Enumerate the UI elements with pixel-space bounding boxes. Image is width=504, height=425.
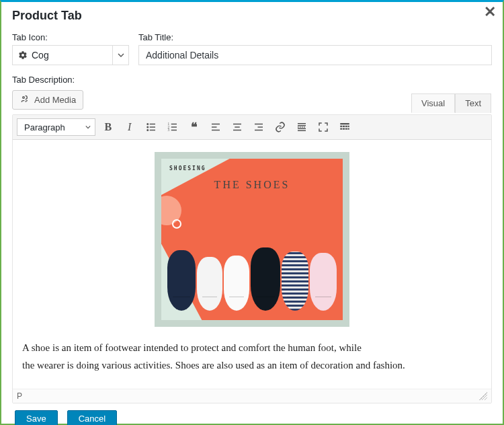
chevron-down-icon	[85, 124, 91, 130]
resize-grip-icon[interactable]	[479, 392, 487, 400]
cancel-button[interactable]: Cancel	[67, 410, 117, 425]
tab-icon-value: Cog	[32, 50, 112, 61]
tab-title-input[interactable]	[138, 45, 492, 65]
svg-text:3: 3	[167, 128, 169, 132]
tab-icon-select[interactable]: Cog	[12, 45, 129, 65]
media-icon	[19, 93, 30, 106]
tab-text[interactable]: Text	[455, 93, 491, 113]
svg-point-5	[147, 130, 149, 131]
numbered-list-button[interactable]: 123	[164, 118, 181, 136]
tab-visual[interactable]: Visual	[411, 93, 455, 113]
modal-title: Product Tab	[12, 2, 492, 32]
svg-point-0	[23, 97, 25, 99]
shoe-icon	[251, 247, 280, 311]
align-left-button[interactable]	[207, 118, 224, 136]
svg-rect-27	[340, 123, 349, 124]
fullscreen-button[interactable]	[314, 118, 332, 136]
add-media-button[interactable]: Add Media	[12, 90, 83, 110]
save-button[interactable]: Save	[15, 410, 58, 425]
blockquote-button[interactable]: ❝	[185, 118, 203, 136]
close-icon[interactable]: ✕	[484, 5, 496, 20]
content-image[interactable]: SHOESING THE SHOES	[155, 152, 349, 327]
tab-title-label: Tab Title:	[138, 32, 492, 42]
svg-point-3	[147, 126, 149, 128]
element-path: P	[17, 391, 22, 401]
shoe-icon	[310, 253, 337, 311]
align-right-button[interactable]	[250, 118, 267, 136]
read-more-button[interactable]	[293, 118, 310, 136]
shoe-icon	[167, 250, 196, 311]
content-paragraph-line: the wearer is doing various activities. …	[19, 356, 485, 374]
cog-icon	[18, 50, 28, 60]
svg-rect-35	[347, 128, 349, 130]
wysiwyg-editor: Paragraph B I 123 ❝ SHOESING THE SHOES	[12, 114, 492, 403]
editor-content[interactable]: SHOESING THE SHOES A shoe is an item of …	[13, 140, 491, 389]
image-heading-text: THE SHOES	[161, 179, 343, 196]
svg-rect-33	[343, 128, 345, 130]
editor-toolbar: Paragraph B I 123 ❝	[13, 115, 491, 140]
format-select-value: Paragraph	[24, 122, 65, 132]
format-select[interactable]: Paragraph	[17, 118, 95, 136]
svg-rect-28	[340, 126, 342, 127]
chevron-down-icon	[112, 46, 128, 65]
italic-button[interactable]: I	[121, 118, 138, 136]
bold-button[interactable]: B	[99, 118, 117, 136]
product-tab-modal: ✕ Product Tab Tab Icon: Cog Tab Title: T…	[0, 0, 504, 425]
element-path-bar: P	[13, 389, 491, 403]
shoe-icon	[282, 252, 308, 311]
svg-rect-29	[343, 126, 345, 127]
image-brand-text: SHOESING	[169, 165, 206, 171]
toolbar-toggle-button[interactable]	[336, 118, 353, 136]
tab-description-label: Tab Description:	[12, 75, 492, 85]
svg-rect-32	[340, 128, 342, 130]
content-paragraph-line: A shoe is an item of footwear intended t…	[19, 339, 485, 356]
add-media-label: Add Media	[34, 95, 76, 105]
shoe-icon	[197, 257, 222, 311]
align-center-button[interactable]	[228, 118, 246, 136]
svg-rect-31	[347, 126, 349, 127]
svg-rect-34	[345, 128, 347, 130]
svg-rect-30	[345, 126, 347, 127]
tab-icon-label: Tab Icon:	[12, 32, 129, 42]
shoe-icon	[224, 256, 249, 311]
svg-point-1	[147, 124, 149, 125]
link-button[interactable]	[271, 118, 289, 136]
bullet-list-button[interactable]	[142, 118, 160, 136]
